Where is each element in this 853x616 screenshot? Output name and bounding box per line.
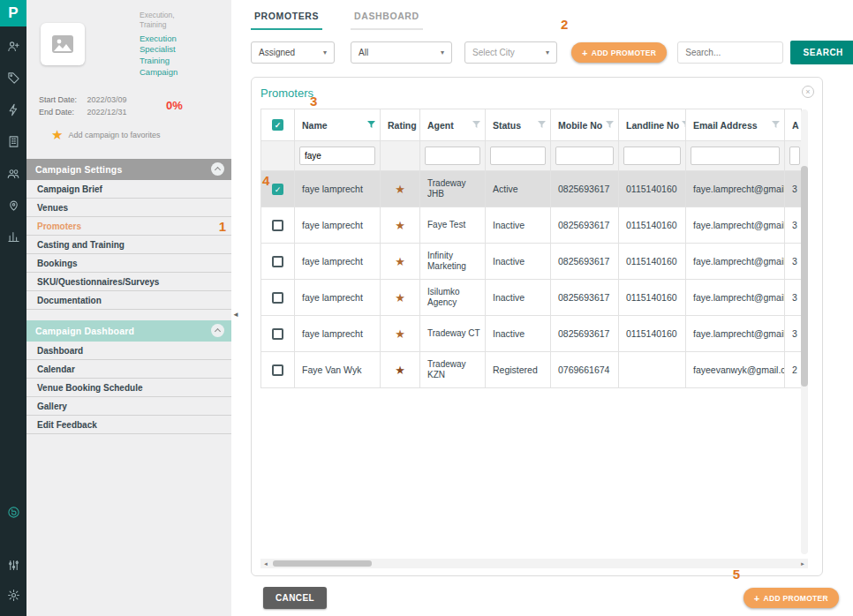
app-logo[interactable]: P	[0, 0, 26, 26]
refresh-icon[interactable]	[6, 505, 20, 519]
column-header-email[interactable]: Email Address	[693, 120, 758, 131]
agent-filter-input[interactable]	[425, 146, 480, 165]
sidebar-item-edit-feedback[interactable]: Edit Feedback	[26, 416, 231, 434]
column-header-mobile[interactable]: Mobile No	[558, 120, 602, 131]
favorite-star-icon: ★	[51, 128, 63, 141]
table-wrapper: 3 ✓ Name Rating Agent Status Mobile	[260, 109, 801, 388]
cell-status: Inactive	[486, 316, 551, 352]
tag-icon[interactable]	[6, 71, 20, 85]
column-header-rating[interactable]: Rating	[388, 120, 417, 131]
add-promoter-button-bottom[interactable]: 5 + ADD PROMOTER	[744, 588, 839, 608]
tab-promoters[interactable]: PROMOTERS	[251, 11, 322, 30]
cell-landline	[619, 352, 686, 388]
end-date-value: 2022/12/31	[87, 108, 127, 116]
promoters-panel: Promoters × 3 ✓ Name Rating Agent	[251, 77, 823, 576]
cancel-button[interactable]: CANCEL	[263, 587, 327, 609]
cell-name: faye lamprecht	[295, 280, 381, 316]
column-header-extra[interactable]: A	[792, 120, 799, 131]
add-promoter-button[interactable]: 2 + ADD PROMOTER	[571, 42, 667, 63]
sidebar-item-documentation[interactable]: Documentation	[26, 291, 231, 310]
extra-filter-input[interactable]	[789, 146, 800, 165]
filter-funnel-icon	[606, 121, 614, 129]
gear-icon[interactable]	[6, 588, 20, 602]
sidebar-item-bookings[interactable]: Bookings	[26, 254, 231, 273]
search-input[interactable]	[677, 41, 783, 64]
vertical-scrollbar[interactable]	[801, 109, 808, 554]
horizontal-scrollbar-thumb[interactable]	[273, 560, 372, 567]
row-checkbox[interactable]	[272, 364, 283, 376]
landline-filter-input[interactable]	[623, 146, 681, 165]
all-select[interactable]: All ▾	[351, 41, 452, 64]
table-row[interactable]: 4 ✓ faye lamprecht ★ Tradeway JHB Active…	[261, 171, 802, 207]
cell-mobile: 0825693617	[551, 316, 619, 352]
location-pin-icon[interactable]	[6, 198, 20, 212]
name-filter-input[interactable]	[299, 146, 375, 165]
collapse-section-button[interactable]	[211, 162, 224, 176]
tab-dashboard[interactable]: DASHBOARD	[351, 11, 423, 30]
column-header-landline[interactable]: Landline No	[626, 120, 679, 131]
add-to-favorites[interactable]: ★ Add campaign to favorites	[51, 128, 161, 141]
bar-chart-icon[interactable]	[6, 229, 20, 244]
cell-mobile: 0825693617	[551, 207, 619, 244]
horizontal-scrollbar[interactable]: ◄ ►	[260, 559, 808, 568]
column-header-agent[interactable]: Agent	[427, 120, 454, 131]
campaign-thumbnail[interactable]	[41, 23, 85, 65]
close-icon[interactable]: ×	[802, 86, 814, 98]
cell-agent: Infinity Marketing	[420, 244, 486, 280]
spark-icon[interactable]	[6, 102, 20, 116]
row-checkbox[interactable]	[272, 220, 283, 231]
sidebar-item-venue-booking-schedule[interactable]: Venue Booking Schedule	[26, 379, 231, 397]
cell-agent: Tradeway CT	[420, 316, 486, 352]
select-all-checkbox[interactable]: ✓	[272, 119, 283, 131]
email-filter-input[interactable]	[691, 146, 780, 165]
filter-row	[261, 141, 802, 171]
sidebar-item-venues[interactable]: Venues	[26, 199, 231, 217]
mobile-filter-input[interactable]	[555, 146, 614, 165]
chevron-up-icon	[215, 167, 221, 173]
scroll-left-icon[interactable]: ◄	[263, 561, 268, 567]
table-row[interactable]: faye lamprecht ★ Faye Test Inactive 0825…	[261, 207, 802, 244]
city-select[interactable]: Select City ▾	[464, 41, 557, 64]
add-user-icon[interactable]	[6, 39, 20, 53]
sidebar-item-dashboard[interactable]: Dashboard	[26, 342, 231, 360]
collapse-sidebar-arrow[interactable]: ◄	[232, 311, 239, 319]
people-icon[interactable]	[6, 166, 20, 180]
cell-agent: Tradeway JHB	[420, 171, 486, 207]
vertical-scrollbar-thumb[interactable]	[801, 166, 808, 387]
sliders-icon[interactable]	[6, 558, 20, 572]
table-row[interactable]: Faye Van Wyk ★ Tradeway KZN Registered 0…	[261, 352, 802, 388]
sidebar-item-promoters[interactable]: Promoters 1	[26, 217, 231, 236]
collapse-section-button[interactable]	[211, 324, 224, 337]
sidebar-item-calendar[interactable]: Calendar	[26, 360, 231, 379]
sidebar-item-casting-and-training[interactable]: Casting and Training	[26, 236, 231, 254]
row-checkbox[interactable]	[272, 256, 283, 267]
campaign-info: Execution, Training Execution Specialist…	[140, 11, 224, 78]
all-select-value: All	[359, 48, 368, 57]
section-campaign-dashboard[interactable]: Campaign Dashboard	[26, 320, 231, 342]
cell-email: faye.lamprecht@gmail.	[686, 171, 785, 207]
sidebar-item-campaign-brief[interactable]: Campaign Brief	[26, 180, 231, 199]
tab-bar: PROMOTERS DASHBOARD	[251, 0, 853, 30]
row-checkbox[interactable]	[272, 328, 283, 340]
table-row[interactable]: faye lamprecht ★ Tradeway CT Inactive 08…	[261, 316, 802, 352]
cell-name: faye lamprecht	[295, 207, 381, 244]
status-filter-input[interactable]	[490, 146, 546, 165]
cell-name: faye lamprecht	[295, 171, 381, 207]
row-checkbox[interactable]: ✓	[272, 184, 283, 195]
sidebar-item-sku-questionnaires-surveys[interactable]: SKU/Questionnaires/Surveys	[26, 273, 231, 291]
filter-funnel-icon	[367, 121, 375, 129]
column-header-status[interactable]: Status	[493, 120, 521, 131]
sidebar-item-gallery[interactable]: Gallery	[26, 397, 231, 416]
building-icon[interactable]	[6, 134, 20, 148]
cell-extra: 3	[785, 244, 802, 280]
favorite-label: Add campaign to favorites	[68, 131, 160, 139]
cell-status: Inactive	[486, 244, 551, 280]
column-header-name[interactable]: Name	[302, 120, 328, 131]
search-button[interactable]: SEARCH	[790, 41, 853, 64]
table-row[interactable]: faye lamprecht ★ Infinity Marketing Inac…	[261, 244, 802, 280]
table-row[interactable]: faye lamprecht ★ Isilumko Agency Inactiv…	[261, 280, 802, 316]
assigned-select[interactable]: Assigned ▾	[251, 41, 335, 64]
section-campaign-settings[interactable]: Campaign Settings	[26, 159, 231, 180]
scroll-right-icon[interactable]: ►	[800, 561, 805, 567]
row-checkbox[interactable]	[272, 292, 283, 304]
